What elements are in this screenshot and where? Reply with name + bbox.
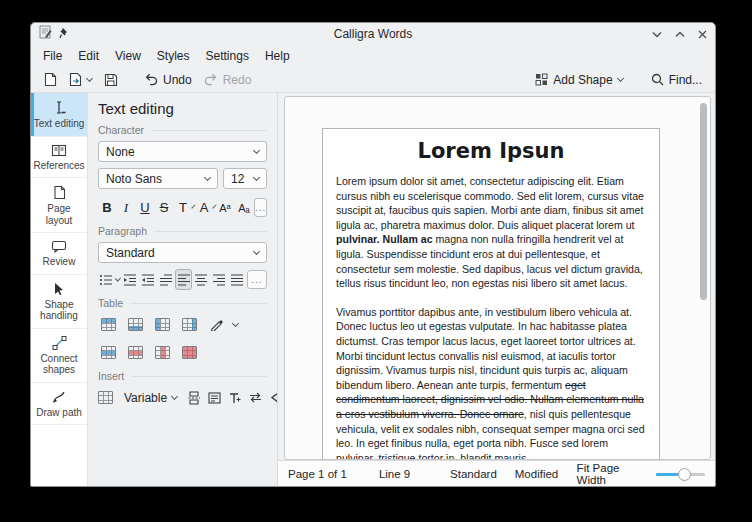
- align-justify-button[interactable]: [229, 269, 246, 290]
- status-paragraph-style[interactable]: Standard: [450, 468, 515, 480]
- sidebar-item-label: Connect shapes: [40, 353, 77, 376]
- delete-table-button[interactable]: [179, 342, 200, 363]
- sidebar-item-label: References: [33, 160, 84, 171]
- list-style-button[interactable]: [98, 269, 115, 290]
- zoom-mode-button[interactable]: Fit Page Width: [577, 462, 648, 486]
- border-pen-button[interactable]: [206, 314, 227, 335]
- zoom-slider[interactable]: [656, 467, 705, 481]
- references-icon: [51, 144, 67, 157]
- undo-label: Undo: [163, 73, 192, 87]
- merge-cells-button[interactable]: [98, 342, 119, 363]
- vertical-scrollbar[interactable]: [700, 103, 707, 300]
- draw-path-icon: [52, 390, 67, 404]
- superscript-button[interactable]: Aᵃ: [216, 197, 234, 218]
- open-recent-chevron-icon: [86, 75, 93, 82]
- app-icon: [39, 25, 52, 43]
- underline-button[interactable]: U: [136, 197, 154, 218]
- zoom-slider-handle[interactable]: [678, 468, 691, 481]
- sidebar-item-text-editing[interactable]: Text editing: [31, 93, 87, 137]
- document-viewport[interactable]: Lorem Ipsun Lorem ipsum dolor sit amet, …: [284, 96, 711, 460]
- font-size-dropdown[interactable]: 12: [223, 168, 267, 189]
- redo-icon: [204, 73, 218, 86]
- decrease-indent-icon: [141, 274, 155, 286]
- redo-button[interactable]: Redo: [199, 69, 257, 91]
- title-bar[interactable]: Calligra Words: [31, 23, 715, 45]
- close-button[interactable]: [698, 30, 707, 39]
- border-pen-chevron-icon[interactable]: [232, 320, 239, 327]
- align-left-button[interactable]: [175, 269, 192, 290]
- sidebar-item-page-layout[interactable]: Page layout: [31, 178, 87, 233]
- bold-button[interactable]: B: [98, 197, 116, 218]
- more-character-options-button[interactable]: ...: [254, 198, 267, 217]
- first-line-indent-button[interactable]: [157, 269, 174, 290]
- insert-variable-button[interactable]: Variable: [121, 387, 180, 408]
- insert-page-break-button[interactable]: [188, 387, 200, 408]
- connect-shapes-icon: [52, 336, 67, 350]
- increase-indent-icon: [123, 274, 137, 286]
- panel-title: Text editing: [98, 100, 267, 117]
- open-document-button[interactable]: [64, 69, 97, 91]
- insert-row-below-button[interactable]: [125, 314, 146, 335]
- text-frame-icon: [208, 392, 221, 404]
- document-area: Lorem Ipsun Lorem ipsum dolor sit amet, …: [278, 93, 715, 486]
- font-family-value: Noto Sans: [106, 172, 162, 186]
- find-label: Find...: [669, 73, 702, 87]
- add-shape-button[interactable]: Add Shape: [530, 69, 627, 91]
- maximize-button[interactable]: [675, 31, 685, 38]
- delete-column-button[interactable]: [152, 342, 173, 363]
- chevron-down-icon: [204, 174, 211, 181]
- section-character: Character: [98, 124, 267, 136]
- sidebar-item-draw-path[interactable]: Draw path: [31, 383, 87, 426]
- insert-column-right-button[interactable]: [179, 314, 200, 335]
- menu-edit[interactable]: Edit: [70, 47, 107, 65]
- text-color-button[interactable]: T: [174, 197, 192, 218]
- menu-file[interactable]: File: [35, 47, 70, 65]
- more-paragraph-options-button[interactable]: ...: [247, 270, 267, 289]
- add-shape-chevron-icon: [617, 75, 624, 82]
- save-button[interactable]: [99, 69, 123, 91]
- pin-icon[interactable]: [59, 25, 68, 43]
- insert-row-above-button[interactable]: [98, 314, 119, 335]
- find-button[interactable]: Find...: [646, 69, 707, 91]
- search-icon: [651, 73, 664, 86]
- character-style-dropdown[interactable]: None: [98, 141, 267, 162]
- insert-column-left-button[interactable]: [152, 314, 173, 335]
- delete-row-button[interactable]: [125, 342, 146, 363]
- undo-button[interactable]: Undo: [139, 69, 197, 91]
- swap-icon-button[interactable]: [249, 387, 262, 408]
- paragraph-style-dropdown[interactable]: Standard: [98, 242, 267, 263]
- merge-cells-icon: [101, 346, 116, 359]
- insert-text-button[interactable]: [229, 387, 241, 408]
- first-line-indent-icon: [159, 274, 173, 286]
- bold-text-run: pulvinar. Nullam ac: [336, 233, 433, 245]
- menu-styles[interactable]: Styles: [149, 47, 198, 65]
- insert-text-frame-button[interactable]: [208, 387, 221, 408]
- subscript-button[interactable]: Aₐ: [235, 197, 253, 218]
- tool-sidebar: Text editing References Page layout Revi…: [31, 93, 88, 486]
- align-right-button[interactable]: [211, 269, 228, 290]
- sidebar-item-references[interactable]: References: [31, 137, 87, 179]
- menu-help[interactable]: Help: [257, 47, 298, 65]
- document-page[interactable]: Lorem Ipsun Lorem ipsum dolor sit amet, …: [322, 128, 660, 460]
- strikethrough-button[interactable]: S: [155, 197, 173, 218]
- paragraph-1: Lorem ipsum dolor sit amet, consectetur …: [336, 174, 646, 291]
- sidebar-item-shape-handling[interactable]: Shape handling: [31, 275, 87, 329]
- font-family-dropdown[interactable]: Noto Sans: [98, 168, 218, 189]
- swap-arrows-icon: [249, 392, 262, 403]
- sidebar-item-review[interactable]: Review: [31, 233, 87, 275]
- delete-row-icon: [128, 346, 143, 359]
- new-document-button[interactable]: [39, 69, 62, 91]
- insert-table-button[interactable]: [98, 387, 113, 408]
- decrease-indent-button[interactable]: [139, 269, 156, 290]
- italic-button[interactable]: I: [117, 197, 135, 218]
- menu-view[interactable]: View: [107, 47, 149, 65]
- highlight-color-button[interactable]: A: [195, 197, 213, 218]
- menu-settings[interactable]: Settings: [198, 47, 257, 65]
- sidebar-item-connect-shapes[interactable]: Connect shapes: [31, 329, 87, 383]
- special-character-button[interactable]: [270, 387, 278, 408]
- minimize-button[interactable]: [652, 31, 662, 38]
- review-icon: [51, 240, 67, 253]
- increase-indent-button[interactable]: [121, 269, 138, 290]
- align-center-button[interactable]: [193, 269, 210, 290]
- window-title: Calligra Words: [31, 27, 715, 41]
